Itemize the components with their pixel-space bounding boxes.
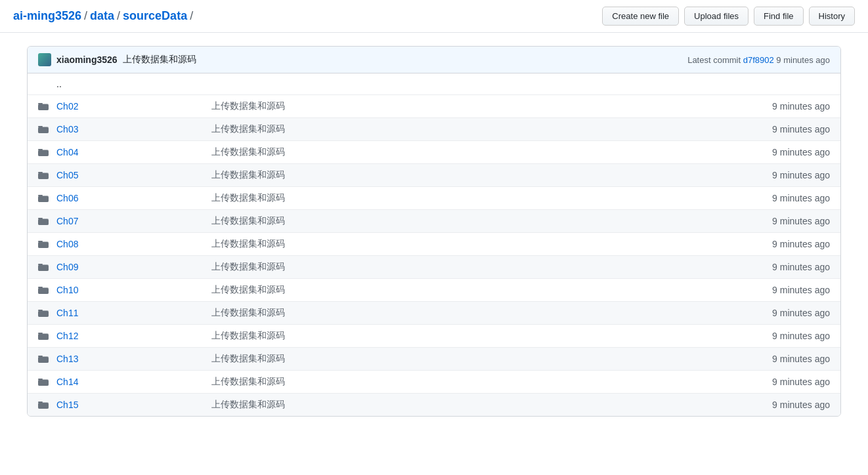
table-row: Ch11 上传数据集和源码 9 minutes ago	[28, 302, 840, 325]
upload-files-button[interactable]: Upload files	[684, 7, 749, 26]
commit-msg-cell: 上传数据集和源码	[201, 307, 738, 319]
commit-msg-cell: 上传数据集和源码	[201, 399, 738, 411]
parent-dir-row: ..	[28, 73, 840, 95]
commit-msg-cell: 上传数据集和源码	[201, 146, 738, 158]
breadcrumb-repo[interactable]: data	[90, 9, 114, 23]
table-row: Ch02 上传数据集和源码 9 minutes ago	[28, 95, 840, 118]
commit-msg-cell: 上传数据集和源码	[201, 284, 738, 296]
file-name-cell: Ch05	[56, 170, 201, 180]
commit-msg-cell: 上传数据集和源码	[201, 215, 738, 227]
commit-msg-cell: 上传数据集和源码	[201, 238, 738, 250]
file-name-link[interactable]: Ch07	[56, 216, 78, 226]
table-row: Ch13 上传数据集和源码 9 minutes ago	[28, 348, 840, 371]
svg-rect-38	[38, 380, 49, 386]
folder-icon	[38, 285, 51, 295]
file-table: xiaoming3526 上传数据集和源码 Latest commit d7f8…	[27, 46, 841, 417]
svg-rect-11	[38, 173, 49, 179]
time-cell: 9 minutes ago	[738, 193, 830, 203]
file-name-link[interactable]: Ch10	[56, 285, 78, 295]
svg-rect-14	[38, 196, 49, 202]
find-file-button[interactable]: Find file	[754, 7, 804, 26]
time-cell: 9 minutes ago	[738, 147, 830, 157]
breadcrumb-sep1: /	[84, 9, 87, 23]
time-cell: 9 minutes ago	[738, 124, 830, 134]
avatar	[38, 53, 51, 66]
svg-rect-20	[38, 242, 49, 248]
top-bar: ai-ming3526 / data / sourceData / Create…	[0, 0, 868, 33]
folder-icon	[38, 308, 51, 318]
parent-dir-name: ..	[56, 79, 201, 89]
file-name-link[interactable]: Ch04	[56, 147, 78, 157]
file-name-link[interactable]: Ch08	[56, 239, 78, 249]
folder-icon	[38, 216, 51, 226]
commit-bar: xiaoming3526 上传数据集和源码 Latest commit d7f8…	[28, 47, 840, 73]
breadcrumb-sep2: /	[117, 9, 120, 23]
file-name-cell: Ch08	[56, 239, 201, 249]
file-name-cell: Ch15	[56, 400, 201, 410]
action-buttons: Create new file Upload files Find file H…	[602, 7, 855, 26]
commit-msg-cell: 上传数据集和源码	[201, 376, 738, 388]
file-name-cell: Ch03	[56, 124, 201, 134]
table-row: Ch12 上传数据集和源码 9 minutes ago	[28, 325, 840, 348]
folder-icon	[38, 101, 51, 112]
time-cell: 9 minutes ago	[738, 331, 830, 341]
svg-rect-41	[38, 403, 49, 409]
breadcrumb-path[interactable]: sourceData	[123, 9, 187, 23]
file-name-cell: Ch11	[56, 308, 201, 318]
file-name-link[interactable]: Ch09	[56, 262, 78, 272]
history-button[interactable]: History	[809, 7, 855, 26]
table-row: Ch07 上传数据集和源码 9 minutes ago	[28, 210, 840, 233]
file-name-cell: Ch04	[56, 147, 201, 157]
folder-icon	[38, 377, 51, 387]
table-row: Ch10 上传数据集和源码 9 minutes ago	[28, 279, 840, 302]
file-name-link[interactable]: Ch15	[56, 400, 78, 410]
file-name-link[interactable]: Ch14	[56, 377, 78, 387]
commit-bar-right: Latest commit d7f8902 9 minutes ago	[687, 55, 830, 65]
svg-rect-32	[38, 334, 49, 340]
file-name-cell: Ch07	[56, 216, 201, 226]
file-name-cell: Ch10	[56, 285, 201, 295]
time-cell: 9 minutes ago	[738, 216, 830, 226]
commit-message: 上传数据集和源码	[123, 54, 196, 66]
commit-msg-cell: 上传数据集和源码	[201, 192, 738, 204]
time-cell: 9 minutes ago	[738, 400, 830, 410]
commit-msg-cell: 上传数据集和源码	[201, 100, 738, 112]
table-row: Ch05 上传数据集和源码 9 minutes ago	[28, 164, 840, 187]
file-name-link[interactable]: Ch11	[56, 308, 78, 318]
time-cell: 9 minutes ago	[738, 170, 830, 180]
file-name-cell: Ch13	[56, 354, 201, 364]
svg-rect-2	[38, 104, 49, 110]
file-name-link[interactable]: Ch02	[56, 101, 78, 112]
file-name-link[interactable]: Ch03	[56, 124, 78, 134]
file-name-link[interactable]: Ch05	[56, 170, 78, 180]
commit-msg-cell: 上传数据集和源码	[201, 261, 738, 273]
time-cell: 9 minutes ago	[738, 308, 830, 318]
folder-icon	[38, 239, 51, 249]
table-row: Ch09 上传数据集和源码 9 minutes ago	[28, 256, 840, 279]
file-name-link[interactable]: Ch13	[56, 354, 78, 364]
file-name-cell: Ch09	[56, 262, 201, 272]
file-name-link[interactable]: Ch06	[56, 193, 78, 203]
folder-icon	[38, 124, 51, 134]
folder-icon	[38, 193, 51, 203]
create-new-file-button[interactable]: Create new file	[602, 7, 679, 26]
folder-icon	[38, 262, 51, 272]
table-row: Ch08 上传数据集和源码 9 minutes ago	[28, 233, 840, 256]
breadcrumb-owner[interactable]: ai-ming3526	[13, 9, 81, 23]
commit-author: xiaoming3526	[56, 54, 118, 65]
svg-rect-17	[38, 219, 49, 225]
file-name-cell: Ch06	[56, 193, 201, 203]
svg-rect-29	[38, 311, 49, 317]
svg-rect-26	[38, 288, 49, 294]
file-name-link[interactable]: Ch12	[56, 331, 78, 341]
parent-dir-link[interactable]: ..	[56, 79, 62, 89]
commit-hash-link[interactable]: d7f8902	[743, 55, 774, 65]
file-name-cell: Ch14	[56, 377, 201, 387]
time-cell: 9 minutes ago	[738, 285, 830, 295]
table-row: Ch03 上传数据集和源码 9 minutes ago	[28, 118, 840, 141]
commit-bar-left: xiaoming3526 上传数据集和源码	[38, 53, 196, 66]
table-row: Ch04 上传数据集和源码 9 minutes ago	[28, 141, 840, 164]
folder-icon	[38, 170, 51, 180]
folder-icon	[38, 147, 51, 157]
table-row: Ch15 上传数据集和源码 9 minutes ago	[28, 394, 840, 416]
